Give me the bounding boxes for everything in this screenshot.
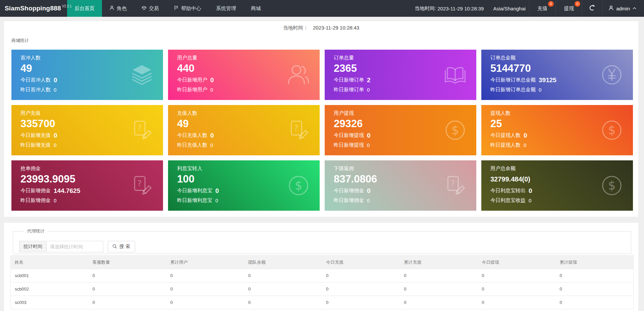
- stat-card-subline-value: 144.7625: [54, 187, 80, 195]
- stat-card-subline-label: 昨日首冲人数: [20, 87, 51, 93]
- stat-card-subline-value: 0: [367, 132, 371, 139]
- stat-card-subline-value: 0: [367, 142, 370, 148]
- search-button[interactable]: 搜索: [108, 241, 135, 252]
- stat-card: 下级返佣837.0806今日新增佣金0昨日新增佣金0?: [325, 160, 476, 211]
- withdraw-label: 提现: [564, 5, 574, 12]
- stat-card-subline-label: 昨日新增佣金: [20, 197, 51, 204]
- app-title: SiamShopping888: [5, 5, 61, 12]
- stats-panel: 当地时间： 2023-11-29 10:28:43 商城统计 首冲人数49今日首…: [4, 21, 638, 217]
- table-cell: 0: [555, 269, 633, 282]
- menu-item-6[interactable]: 商城: [244, 0, 268, 17]
- stat-card-title: 用户总量: [177, 53, 320, 62]
- table-cell: 0: [244, 296, 322, 309]
- stat-card: 用户提现29326今日新增提现0昨日新增提现0$: [325, 105, 476, 155]
- table-cell: 0: [244, 282, 322, 296]
- stat-card-subline-label: 今日利息宝转出: [490, 188, 526, 194]
- table-cell: 0: [166, 282, 244, 296]
- agent-table-col-header: 今日提现: [478, 256, 555, 269]
- stat-card: 订单总金额5144770今日新增订单总金额39125昨日新增订单总金额0: [481, 50, 633, 100]
- table-cell: 0: [322, 282, 400, 296]
- refresh-button[interactable]: [582, 0, 602, 17]
- user-icon: [608, 5, 614, 12]
- stat-card: 利息宝转入100今日新增利息宝0昨日新增利息宝0$: [168, 160, 320, 211]
- recharge-link[interactable]: 充值 0: [529, 0, 555, 17]
- search-button-label: 搜索: [119, 244, 131, 250]
- stat-card-subline-label: 今日新增提现: [334, 132, 364, 139]
- agent-table-col-header: 客服数量: [89, 256, 166, 269]
- svg-text:?: ?: [450, 178, 455, 188]
- stat-card-subline-label: 昨日新增充值: [20, 142, 51, 148]
- stat-card: 首冲人数49今日首冲人数0昨日首冲人数0: [11, 50, 163, 100]
- stat-card: 充值人数49今日充值人数0昨日充值人数0?: [168, 105, 320, 155]
- withdraw-badge: 0: [575, 1, 580, 7]
- menu-item-label: 系统管理: [216, 5, 236, 12]
- panel-time-value: 2023-11-29 10:28:43: [313, 25, 359, 31]
- stat-card-title: 首冲人数: [20, 53, 163, 62]
- menu-item-4[interactable]: 帮助中心: [166, 0, 209, 17]
- menu-item-1[interactable]: 后台首页: [67, 0, 102, 17]
- svg-text:?: ?: [294, 123, 298, 133]
- stat-card-subline-label: 今日新增订单总金额: [490, 77, 536, 83]
- stat-time-input[interactable]: [46, 241, 103, 252]
- stat-card-subline-label: 今日新增订单: [334, 77, 364, 83]
- table-cell: 0: [555, 282, 633, 296]
- agent-table-col-header: 团队余额: [244, 256, 322, 269]
- app-logo: SiamShopping888 V2.2.1: [0, 0, 67, 17]
- stat-card-subline-label: 昨日新增订单: [334, 87, 364, 93]
- table-row: scb0010000000: [11, 269, 634, 282]
- menu-item-2[interactable]: 角色: [102, 0, 134, 17]
- agent-table-header: 姓名客服数量累计用户团队余额今日充值累计充值今日提现累计提现: [11, 256, 634, 269]
- username: admin: [616, 6, 630, 11]
- stat-card-subline-value: 0: [54, 132, 57, 139]
- menu-item-label: 帮助中心: [181, 5, 201, 12]
- stat-card-subline-value: 39125: [539, 76, 556, 84]
- stat-card-subline-label: 昨日新增利息宝: [177, 197, 212, 204]
- stat-cards-grid: 首冲人数49今日首冲人数0昨日首冲人数0用户总量440今日新增用户0昨日新增用户…: [11, 50, 633, 211]
- stat-card-title: 利息宝转入: [177, 164, 320, 172]
- agent-table-body: scb0010000000scb0020000000sc0030000000: [11, 269, 634, 309]
- stat-card: 提现人数25今日提现人数0昨日提现人数0$: [481, 105, 633, 155]
- stat-card-subline-value: 0: [54, 87, 56, 93]
- table-cell: 0: [555, 296, 633, 309]
- users-icon: [286, 83, 311, 88]
- svg-text:?: ?: [137, 123, 142, 133]
- table-cell: 0: [400, 269, 478, 282]
- table-cell: 0: [166, 269, 244, 282]
- doc-edit-icon: ?: [443, 193, 468, 199]
- stat-card-title: 用户总余额: [490, 164, 633, 172]
- stat-card-subline-label: 今日提现人数: [490, 132, 521, 139]
- local-time-value: 2023-11-29 10:28:39: [437, 6, 484, 11]
- stat-card-subline-label: 昨日新增订单总金额: [490, 87, 536, 93]
- agent-legend: 代理统计: [24, 228, 47, 234]
- stat-card-subline-label: 今日新增充值: [20, 132, 51, 139]
- stat-card-subline-label: 今日首冲人数: [20, 77, 51, 83]
- agent-filter-row: 统计时间 搜索: [19, 241, 631, 252]
- local-time-label: 当地时间:: [415, 5, 436, 12]
- withdraw-link[interactable]: 提现 0: [556, 0, 582, 17]
- yen-circle-icon: [599, 83, 624, 88]
- table-cell: scb002: [11, 282, 89, 296]
- agent-table: 姓名客服数量累计用户团队余额今日充值累计充值今日提现累计提现 scb001000…: [10, 255, 634, 309]
- stat-card: 抢单佣金23993.9095今日新增佣金144.7625昨日新增佣金0?: [11, 160, 163, 211]
- table-cell: 0: [322, 296, 400, 309]
- stat-card-subline-label: 昨日新增佣金: [334, 197, 364, 204]
- stat-card-subline-value: 0: [367, 198, 370, 203]
- agent-table-col-header: 累计充值: [400, 256, 478, 269]
- stat-card-subline-label: 今日新增利息宝: [177, 188, 212, 194]
- agent-table-col-header: 累计用户: [166, 256, 244, 269]
- stat-card-title: 抢单佣金: [20, 164, 163, 172]
- search-icon: [112, 244, 117, 250]
- agent-fieldset: 代理统计 统计时间 搜索: [13, 228, 631, 254]
- user-menu[interactable]: admin: [602, 0, 644, 17]
- scales-icon: [142, 5, 147, 11]
- menu-item-5[interactable]: 系统管理: [209, 0, 244, 17]
- menu-item-3[interactable]: 交易: [134, 0, 166, 17]
- menu-item-label: 交易: [149, 5, 159, 12]
- flag-icon: [174, 5, 179, 11]
- stat-card-subline-label: 昨日充值人数: [177, 142, 207, 148]
- svg-text:?: ?: [137, 178, 142, 188]
- stat-card-subline-value: 0: [529, 198, 531, 203]
- doc-edit-icon: ?: [129, 193, 154, 199]
- stat-card-subline-label: 昨日新增提现: [334, 142, 364, 148]
- table-cell: 0: [400, 296, 478, 309]
